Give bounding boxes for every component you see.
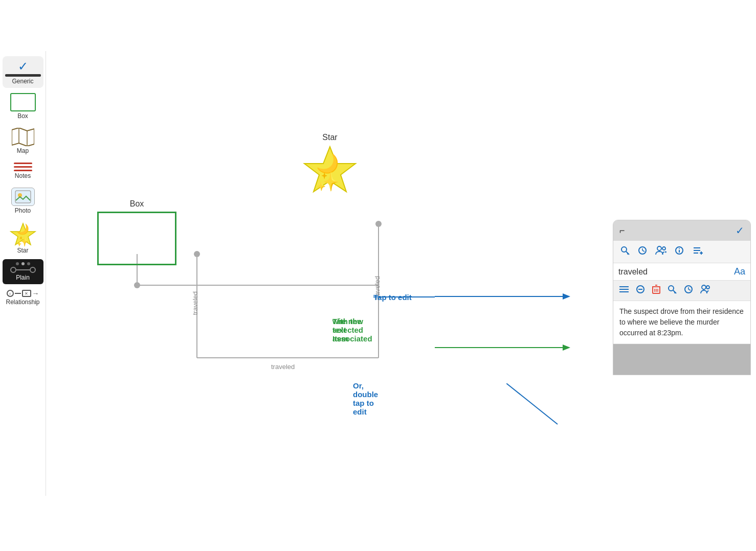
photo-icon: [11, 188, 35, 206]
panel: ⌐ ✓: [613, 220, 751, 375]
new-text-arrow: [435, 332, 588, 363]
sidebar-item-label: Box: [17, 112, 28, 120]
svg-line-33: [642, 250, 644, 251]
panel-tool-list-add[interactable]: [692, 246, 703, 258]
double-tap-text: Or, double tap to edit: [353, 381, 378, 416]
panel-toolbar: [613, 241, 750, 263]
box-node-shape: [97, 212, 176, 265]
panel-tool-key[interactable]: [620, 246, 630, 258]
panel-tool-person[interactable]: [655, 246, 666, 258]
sidebar-item-label: Relationship: [6, 299, 39, 306]
svg-line-27: [506, 383, 558, 424]
tap-to-edit-annotation: Tap to edit: [373, 296, 435, 297]
svg-point-34: [657, 246, 661, 250]
panel-action-person[interactable]: [700, 285, 710, 296]
box-node[interactable]: Box: [97, 199, 176, 265]
map-icon: [12, 128, 34, 146]
svg-point-63: [702, 285, 706, 289]
panel-aa-button[interactable]: Aa: [734, 266, 745, 277]
star-node-shape: 🌙✨: [302, 144, 358, 195]
sidebar-item-photo[interactable]: Photo: [3, 185, 43, 217]
sidebar-item-label: Photo: [15, 207, 31, 214]
relationship-icon: ○ ✕ →: [7, 289, 39, 297]
svg-point-40: [679, 248, 680, 249]
box-shape-icon: [10, 93, 36, 111]
notes-icon: [14, 163, 32, 171]
sidebar-item-map[interactable]: Map: [3, 125, 43, 157]
svg-point-64: [706, 286, 709, 289]
sidebar-item-box[interactable]: Box: [3, 90, 43, 123]
sidebar-item-label: Star: [17, 247, 28, 254]
panel-header: ⌐ ✓: [613, 220, 750, 241]
panel-action-row: [613, 281, 750, 301]
panel-corner-icon: ⌐: [619, 225, 625, 236]
traveled-label-h: traveled: [271, 363, 295, 371]
svg-marker-24: [563, 293, 570, 300]
panel-tool-clock[interactable]: [638, 246, 647, 258]
svg-marker-26: [563, 345, 570, 351]
sidebar-item-relationship[interactable]: ○ ✕ → Relationship: [3, 286, 43, 309]
box-node-label: Box: [130, 199, 144, 209]
svg-marker-6: [12, 128, 34, 146]
star-node[interactable]: Star 🌙✨: [302, 133, 358, 195]
sidebar-item-generic[interactable]: ✓ Generic: [3, 56, 43, 88]
svg-point-17: [194, 251, 200, 257]
panel-collapse-button[interactable]: ✓: [736, 224, 744, 237]
panel-input-row: Aa: [613, 263, 750, 281]
svg-line-62: [688, 289, 691, 290]
tap-to-edit-text: Tap to edit: [373, 293, 412, 302]
checkmark-icon: ✓: [18, 59, 28, 74]
panel-action-cancel[interactable]: [636, 285, 645, 296]
sidebar-item-label: Generic: [12, 78, 33, 85]
traveled-label-v1: traveled: [191, 291, 199, 315]
sidebar-item-label: Map: [17, 147, 29, 154]
sidebar-item-star[interactable]: 🌙✨ Star: [3, 219, 43, 257]
svg-point-15: [375, 221, 382, 227]
panel-bottom: [613, 344, 750, 375]
tap-to-edit-arrow: [435, 281, 588, 332]
panel-notes-text[interactable]: The suspect drove from their residence t…: [613, 301, 750, 344]
star-icon: 🌙✨: [10, 222, 36, 246]
panel-action-clock[interactable]: [684, 285, 693, 296]
sidebar-item-notes[interactable]: Notes: [3, 159, 43, 182]
sidebar-item-label: Notes: [15, 172, 31, 179]
svg-point-28: [621, 247, 627, 252]
sidebar: ✓ Generic Box Map Notes: [0, 51, 46, 496]
new-text-line2: with the selected Item: [332, 317, 363, 343]
plain-icon: [10, 262, 36, 273]
sidebar-item-label: Plain: [16, 274, 30, 281]
panel-input[interactable]: [618, 267, 731, 277]
panel-action-key[interactable]: [668, 285, 677, 296]
sidebar-item-plain[interactable]: Plain: [3, 259, 43, 284]
star-node-label: Star: [322, 133, 337, 142]
panel-tool-info[interactable]: [675, 246, 684, 258]
panel-action-lines[interactable]: [619, 285, 629, 296]
svg-rect-9: [15, 191, 31, 203]
svg-point-35: [662, 247, 665, 250]
double-tap-arrow: [506, 383, 609, 434]
panel-action-delete[interactable]: [652, 285, 660, 296]
svg-point-57: [669, 286, 674, 291]
svg-point-16: [134, 282, 140, 288]
